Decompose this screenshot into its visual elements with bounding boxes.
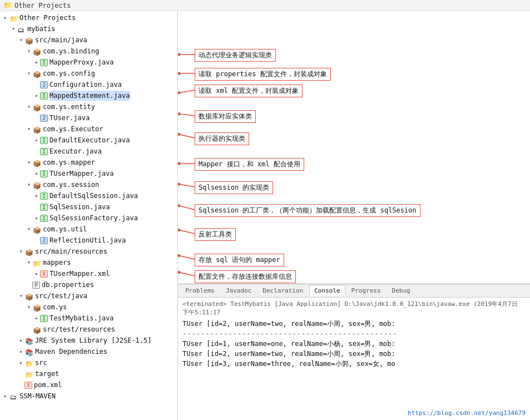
tree-item-com.ys[interactable]: ▾📦com.ys xyxy=(0,302,177,313)
tree-arrow[interactable]: ▾ xyxy=(26,68,32,78)
tree-arrow[interactable]: ▸ xyxy=(33,91,40,101)
tree-item-src[interactable]: ▸📁src xyxy=(0,357,177,368)
tree-arrow[interactable]: ▾ xyxy=(26,102,32,112)
tree-item-label: Executor.java xyxy=(49,146,102,156)
tree-item-ReflectionUtil.java[interactable]: JReflectionUtil.java xyxy=(0,235,177,246)
tree-item-SSM-MAVEN[interactable]: ▸🗂SSM-MAVEN xyxy=(0,391,177,402)
tree-item-com.ys.config[interactable]: ▾📦com.ys.config xyxy=(0,68,177,79)
tree-item-TUserMapper.java[interactable]: ▸ITUserMapper.java xyxy=(0,168,177,179)
annotation-box-ann9: 反射工具类 xyxy=(195,228,236,241)
tab-progress[interactable]: Progress xyxy=(346,285,386,296)
tab-javadoc[interactable]: Javadoc xyxy=(221,285,256,296)
tree-item-DefaultExecutor.java[interactable]: ▸IDefaultExecutor.java xyxy=(0,135,177,146)
tree-arrow[interactable]: ▸ xyxy=(33,169,40,179)
tree-item-label: MapperProxy.java xyxy=(49,57,114,67)
tree-arrow[interactable]: ▸ xyxy=(18,335,24,345)
bottom-tabs: ProblemsJavadocDeclarationConsoleProgres… xyxy=(178,284,530,298)
tab-console[interactable]: Console xyxy=(309,285,345,296)
package-icon: 📦 xyxy=(32,47,41,55)
tree-arrow[interactable]: ▾ xyxy=(26,124,32,134)
java-interface-icon: I xyxy=(40,192,48,200)
tree-arrow[interactable]: ▾ xyxy=(10,24,17,34)
tab-debug[interactable]: Debug xyxy=(387,285,415,296)
project-icon: 🗂 xyxy=(9,392,18,400)
tree-arrow[interactable]: ▾ xyxy=(18,35,24,45)
tree-arrow[interactable]: ▸ xyxy=(33,213,40,223)
svg-line-5 xyxy=(178,134,195,138)
tree-arrow[interactable]: ▾ xyxy=(26,157,32,167)
tree-item-com.ys.util[interactable]: ▾📦com.ys.util xyxy=(0,224,177,235)
tree-arrow[interactable]: ▸ xyxy=(33,269,40,279)
tree-arrow[interactable]: ▾ xyxy=(18,291,24,301)
tree-item-label: pom.xml xyxy=(34,380,62,390)
tab-problems[interactable]: Problems xyxy=(180,285,220,296)
tree-item-src-main-java[interactable]: ▾📦src/main/java xyxy=(0,34,177,46)
folder-icon: 📁 xyxy=(9,14,18,22)
tree-arrow[interactable]: ▸ xyxy=(2,13,9,23)
tree-item-label: target xyxy=(35,369,59,379)
tree-item-com.ys.Executor[interactable]: ▾📦com.ys.Executor xyxy=(0,123,177,135)
tree-item-other-projects[interactable]: ▸📁Other Projects xyxy=(0,12,177,23)
tree-item-com.ys.session[interactable]: ▾📦com.ys.session xyxy=(0,179,177,190)
tree-item-label: com.ys.util xyxy=(43,224,87,234)
tree-item-label: TUser.java xyxy=(49,113,90,123)
tree-item-mappers[interactable]: ▾📁mappers xyxy=(0,257,177,268)
tree-arrow[interactable]: ▸ xyxy=(33,135,40,145)
tree-arrow[interactable]: ▸ xyxy=(33,57,40,67)
tree-item-TUser.java[interactable]: JTUser.java xyxy=(0,112,177,123)
other-projects-icon: 📁 xyxy=(3,1,12,9)
tree-item-com.ys.binding[interactable]: ▾📦com.ys.binding xyxy=(0,46,177,57)
lib-icon: 📚 xyxy=(24,348,33,355)
console-line: ----------------------------------------… xyxy=(182,329,526,339)
tree-item-JRE-System-Library[interactable]: ▸📚JRE System Library [J2SE-1.5] xyxy=(0,335,177,346)
tree-item-src-main-resources[interactable]: ▾📦src/main/resources xyxy=(0,246,177,257)
screenshot-wrapper: 📁 Other Projects ▸📁Other Projects▾🗂mybat… xyxy=(0,0,530,420)
tree-item-src-test-java[interactable]: ▾📦src/test/java xyxy=(0,290,177,302)
main-container: ▸📁Other Projects▾🗂mybatis▾📦src/main/java… xyxy=(0,11,530,420)
tree-item-MapperProxy.java[interactable]: ▸IMapperProxy.java xyxy=(0,57,177,68)
annotation-box-ann3: 读取 xml 配置文件，封装成对象 xyxy=(195,85,303,97)
svg-line-7 xyxy=(178,184,195,187)
tree-item-target[interactable]: 📁target xyxy=(0,368,177,379)
tree-item-Configuration.java[interactable]: JConfiguration.java xyxy=(0,79,177,90)
tree-item-DefaultSqlSession.java[interactable]: ▸IDefaultSqlSession.java xyxy=(0,190,177,201)
tree-arrow[interactable]: ▾ xyxy=(26,224,32,234)
tree-item-TestMybatis.java[interactable]: ▸ITestMybatis.java xyxy=(0,313,177,324)
annotation-box-ann5: 执行器的实现类 xyxy=(195,132,249,145)
svg-line-4 xyxy=(178,113,195,116)
src-icon: 📦 xyxy=(24,248,33,255)
tree-item-label: com.ys.Executor xyxy=(43,124,103,134)
java-interface-icon: I xyxy=(40,170,48,177)
tree-arrow[interactable]: ▾ xyxy=(26,46,32,56)
tree-arrow[interactable]: ▾ xyxy=(26,180,32,190)
svg-line-10 xyxy=(178,255,195,259)
tree-item-com.ys.mapper[interactable]: ▾📦com.ys.mapper xyxy=(0,157,177,168)
svg-line-3 xyxy=(178,90,195,93)
tree-arrow[interactable]: ▾ xyxy=(26,302,32,312)
project-tree[interactable]: ▸📁Other Projects▾🗂mybatis▾📦src/main/java… xyxy=(0,11,178,420)
package-icon: 📦 xyxy=(32,181,41,189)
tree-arrow[interactable]: ▸ xyxy=(18,347,24,357)
tree-item-SqlSession.java[interactable]: ISqlSession.java xyxy=(0,201,177,213)
tree-arrow[interactable]: ▸ xyxy=(2,391,9,401)
tree-arrow[interactable]: ▸ xyxy=(33,313,40,323)
tree-item-MappedStatement.java[interactable]: ▸IMappedStatement.java xyxy=(0,90,177,101)
tree-item-Maven-Dependencies[interactable]: ▸📚Maven Dependencies xyxy=(0,346,177,357)
tree-item-pom.xml[interactable]: Xpom.xml xyxy=(0,379,177,391)
tree-arrow[interactable]: ▾ xyxy=(18,246,24,256)
tree-item-TUserMapper.xml[interactable]: ▸XTUserMapper.xml xyxy=(0,268,177,279)
tree-item-com.ys.entity[interactable]: ▾📦com.ys.entity xyxy=(0,101,177,112)
tree-item-SqlSessionFactory.java[interactable]: ▸ISqlSessionFactory.java xyxy=(0,213,177,224)
tree-item-label: src xyxy=(35,358,47,368)
tree-item-Executor.java[interactable]: IExecutor.java xyxy=(0,146,177,157)
tree-arrow[interactable]: ▾ xyxy=(26,258,32,268)
tree-arrow[interactable]: ▸ xyxy=(33,191,40,201)
tree-item-mybatis[interactable]: ▾🗂mybatis xyxy=(0,23,177,34)
package-icon: 📦 xyxy=(32,159,41,166)
tree-item-label: com.ys.config xyxy=(43,68,95,78)
tree-item-label: src/main/java xyxy=(35,35,87,45)
tab-declaration[interactable]: Declaration xyxy=(257,285,308,296)
tree-item-db.properties[interactable]: Pdb.properties xyxy=(0,279,177,290)
tree-arrow[interactable]: ▸ xyxy=(18,358,24,368)
tree-item-src-test-resources[interactable]: 📦src/test/resources xyxy=(0,324,177,335)
